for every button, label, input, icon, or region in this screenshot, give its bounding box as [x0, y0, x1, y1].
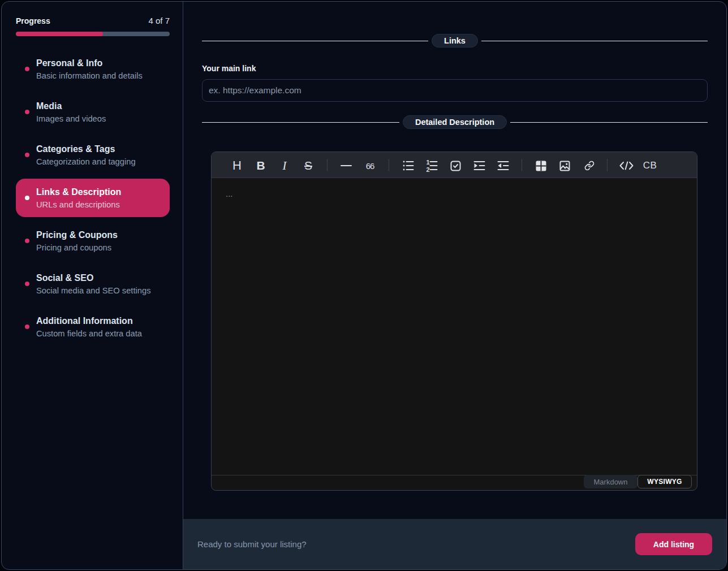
svg-text:2: 2 [426, 166, 429, 172]
svg-text:1: 1 [426, 159, 429, 166]
